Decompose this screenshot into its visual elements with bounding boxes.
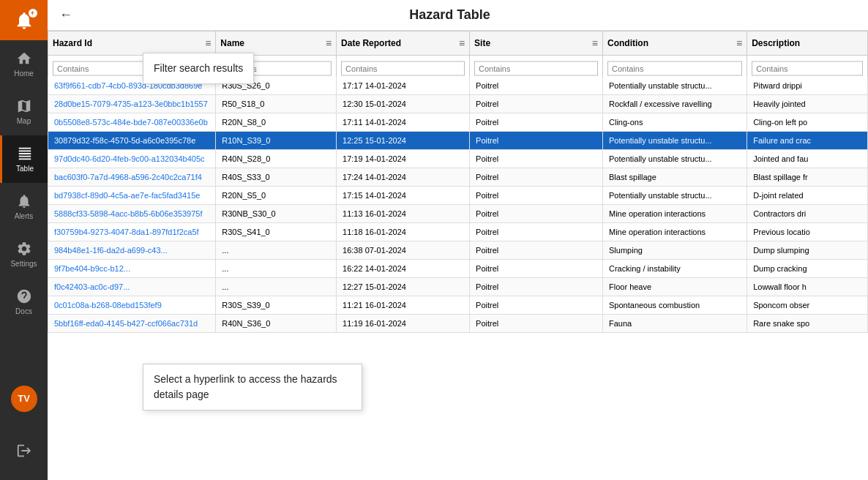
cell-condition: Potentially unstable structu... [603, 132, 747, 150]
cell-date: 17:19 14-01-2024 [337, 150, 470, 168]
cell-hazard-id[interactable]: f0c42403-ac0c-d97... [48, 278, 216, 296]
back-button[interactable]: ← [59, 7, 72, 23]
cell-name: R40S_S33_0 [216, 168, 337, 187]
hazard-id-col-menu[interactable]: ≡ [205, 37, 211, 49]
sidebar-item-table[interactable]: Table [0, 135, 48, 183]
logout-item[interactable] [0, 427, 48, 474]
table-row[interactable]: 5888cf33-5898-4acc-b8b5-6b06e353975fR30N… [48, 205, 868, 223]
table-row[interactable]: 9f7be404-b9cc-b12......16:22 14-01-2024P… [48, 260, 868, 278]
col-header-description: Description [747, 31, 868, 56]
hazard-id-link[interactable]: 0b5508e8-573c-484e-bde7-087e00336e0b [54, 118, 208, 127]
filter-cell-date[interactable] [337, 58, 470, 79]
gear-icon [16, 241, 32, 257]
cell-hazard-id[interactable]: 30879d32-f58c-4570-5d-a6c0e395c78e [48, 132, 216, 150]
cell-name: R20N_S5_0 [216, 187, 337, 205]
alert-button[interactable]: + [0, 0, 48, 40]
cell-hazard-id[interactable]: bd7938cf-89d0-4c5a-ae7e-fac5fad3415e [48, 187, 216, 205]
avatar-item[interactable]: TV [0, 376, 48, 424]
home-icon [16, 50, 32, 67]
name-col-menu[interactable]: ≡ [326, 37, 332, 49]
cell-site: Poitrel [470, 278, 603, 296]
date-col-menu[interactable]: ≡ [459, 37, 465, 49]
cell-hazard-id[interactable]: 97d0dc40-6d20-4feb-9c00-a132034b405c [48, 150, 216, 168]
map-icon [16, 98, 32, 114]
table-row[interactable]: f0c42403-ac0c-d97......12:27 15-01-2024P… [48, 278, 868, 296]
hazard-id-link[interactable]: 30879d32-f58c-4570-5d-a6c0e395c78e [54, 136, 195, 145]
cell-site: Poitrel [470, 241, 603, 260]
cell-name: ... [216, 260, 337, 278]
cell-hazard-id[interactable]: 984b48e1-1f6-da2d-a699-c43... [48, 241, 216, 260]
table-row[interactable]: 0c01c08a-b268-08ebd153fef9R30S_S39_011:2… [48, 296, 868, 315]
site-col-menu[interactable]: ≡ [592, 37, 598, 49]
hazard-id-link[interactable]: 97d0dc40-6d20-4feb-9c00-a132034b405c [54, 154, 205, 163]
hazard-id-link[interactable]: 5888cf33-5898-4acc-b8b5-6b06e353975f [54, 209, 202, 218]
hazard-id-link[interactable]: 5bbf16ff-eda0-4145-b427-ccf066ac731d [54, 319, 198, 328]
alerts-icon [16, 193, 32, 209]
description-col-label: Description [752, 38, 800, 48]
cell-site: Poitrel [470, 187, 603, 205]
hazard-id-link[interactable]: bac603f0-7a7d-4968-a596-2c40c2ca71f4 [54, 173, 202, 181]
filter-input-condition[interactable] [607, 61, 742, 76]
col-header-condition: Condition ≡ [603, 31, 747, 56]
cell-date: 12:30 15-01-2024 [337, 95, 470, 113]
sidebar-item-settings[interactable]: Settings [0, 230, 48, 278]
sidebar-item-map[interactable]: Map [0, 88, 48, 135]
filter-cell-site[interactable] [470, 58, 603, 79]
filter-tooltip: Filter search results [143, 53, 254, 84]
sidebar-item-docs[interactable]: Docs [0, 278, 48, 326]
filter-cell-condition[interactable] [603, 58, 747, 79]
logout-icon [16, 443, 32, 459]
hazard-id-link[interactable]: 984b48e1-1f6-da2d-a699-c43... [54, 246, 168, 255]
cell-description: Blast spillage fr [747, 168, 868, 187]
cell-site: Poitrel [470, 95, 603, 113]
cell-hazard-id[interactable]: f30759b4-9273-4047-8da1-897fd1f2ca5f [48, 223, 216, 241]
cell-name: R20N_S8_0 [216, 113, 337, 132]
table-row[interactable]: bd7938cf-89d0-4c5a-ae7e-fac5fad3415eR20N… [48, 187, 868, 205]
hazard-id-link[interactable]: f30759b4-9273-4047-8da1-897fd1f2ca5f [54, 228, 199, 236]
hazard-id-link[interactable]: bd7938cf-89d0-4c5a-ae7e-fac5fad3415e [54, 191, 200, 200]
filter-input-site[interactable] [474, 61, 598, 76]
hazard-id-link[interactable]: 28d0be15-7079-4735-a123-3e0bbc1b1557 [54, 100, 208, 108]
cell-description: Cling-on left po [747, 113, 868, 132]
table-row[interactable]: 30879d32-f58c-4570-5d-a6c0e395c78eR10N_S… [48, 132, 868, 150]
cell-condition: Fauna [603, 315, 747, 333]
table-row[interactable]: 0b5508e8-573c-484e-bde7-087e00336e0bR20N… [48, 113, 868, 132]
table-row[interactable]: 97d0dc40-6d20-4feb-9c00-a132034b405cR40N… [48, 150, 868, 168]
cell-site: Poitrel [470, 168, 603, 187]
cell-name: R30S_S39_0 [216, 296, 337, 315]
hyperlink-tooltip: Select a hyperlink to access the hazards… [143, 364, 362, 410]
table-row[interactable]: f30759b4-9273-4047-8da1-897fd1f2ca5fR30S… [48, 223, 868, 241]
table-row[interactable]: 984b48e1-1f6-da2d-a699-c43......16:38 07… [48, 241, 868, 260]
cell-name: ... [216, 278, 337, 296]
sidebar: + Home Map Table Alerts Settings [0, 0, 48, 480]
cell-site: Poitrel [470, 260, 603, 278]
sidebar-item-alerts[interactable]: Alerts [0, 183, 48, 230]
filter-tooltip-text: Filter search results [154, 62, 243, 74]
alerts-label: Alerts [15, 212, 34, 220]
cell-hazard-id[interactable]: 28d0be15-7079-4735-a123-3e0bbc1b1557 [48, 95, 216, 113]
cell-description: Heavily jointed [747, 95, 868, 113]
cell-date: 17:17 14-01-2024 [337, 77, 470, 95]
hazard-id-link[interactable]: 9f7be404-b9cc-b12... [54, 264, 130, 273]
col-header-date: Date Reported ≡ [337, 31, 470, 56]
cell-condition: Potentially unstable structu... [603, 77, 747, 95]
hazard-id-link[interactable]: 0c01c08a-b268-08ebd153fef9 [54, 301, 162, 310]
sidebar-item-home[interactable]: Home [0, 40, 48, 88]
table-row[interactable]: bac603f0-7a7d-4968-a596-2c40c2ca71f4R40S… [48, 168, 868, 187]
cell-hazard-id[interactable]: 5bbf16ff-eda0-4145-b427-ccf066ac731d [48, 315, 216, 333]
cell-date: 11:18 16-01-2024 [337, 223, 470, 241]
filter-input-description[interactable] [752, 61, 863, 76]
table-row[interactable]: 28d0be15-7079-4735-a123-3e0bbc1b1557R50_… [48, 95, 868, 113]
filter-input-date[interactable] [341, 61, 465, 76]
cell-condition: Cling-ons [603, 113, 747, 132]
table-row[interactable]: 5bbf16ff-eda0-4145-b427-ccf066ac731dR40N… [48, 315, 868, 333]
hazard-id-link[interactable]: f0c42403-ac0c-d97... [54, 282, 130, 291]
cell-hazard-id[interactable]: 5888cf33-5898-4acc-b8b5-6b06e353975f [48, 205, 216, 223]
filter-cell-description[interactable] [747, 58, 868, 79]
table-container[interactable]: Filter search results Select a hyperlink… [48, 31, 868, 480]
condition-col-menu[interactable]: ≡ [736, 37, 742, 49]
cell-hazard-id[interactable]: 9f7be404-b9cc-b12... [48, 260, 216, 278]
cell-hazard-id[interactable]: bac603f0-7a7d-4968-a596-2c40c2ca71f4 [48, 168, 216, 187]
cell-hazard-id[interactable]: 0c01c08a-b268-08ebd153fef9 [48, 296, 216, 315]
cell-hazard-id[interactable]: 0b5508e8-573c-484e-bde7-087e00336e0b [48, 113, 216, 132]
